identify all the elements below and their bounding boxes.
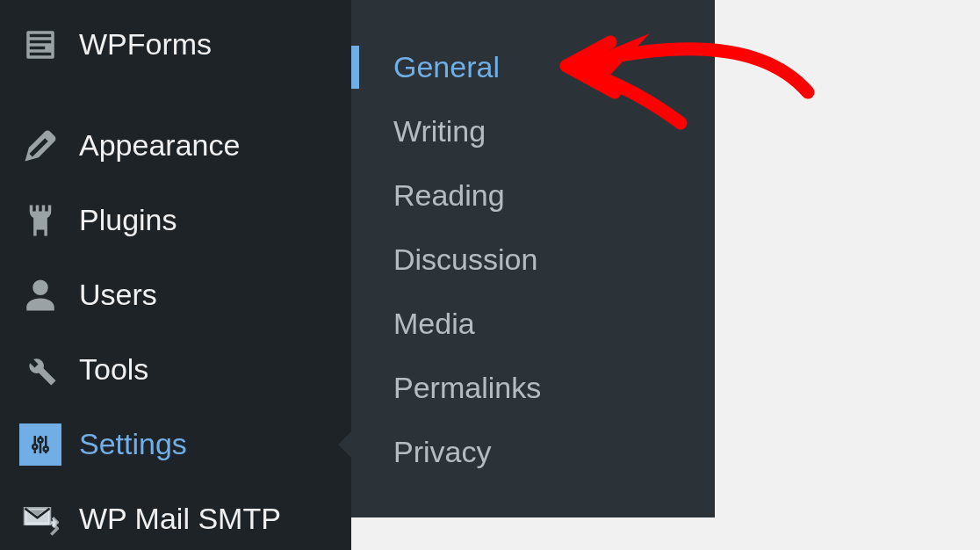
sidebar-item-label: Tools <box>79 352 148 387</box>
sidebar-item-tools[interactable]: Tools <box>0 332 351 407</box>
admin-sidebar: WPForms Appearance Plugins Users Tools S… <box>0 0 351 550</box>
sidebar-item-label: WP Mail SMTP <box>79 502 281 536</box>
submenu-item-label: Writing <box>393 114 486 148</box>
mail-icon <box>19 498 61 540</box>
submenu-item-label: Discussion <box>393 242 537 276</box>
sidebar-item-label: Appearance <box>79 128 240 163</box>
sidebar-item-label: Users <box>79 278 157 312</box>
flyout-arrow-icon <box>338 431 352 459</box>
submenu-item-label: Media <box>393 307 475 340</box>
settings-icon <box>19 423 61 466</box>
tools-icon <box>19 349 61 391</box>
sidebar-item-label: Settings <box>79 427 187 461</box>
settings-submenu: General Writing Reading Discussion Media… <box>351 0 715 517</box>
submenu-item-writing[interactable]: Writing <box>351 99 715 163</box>
submenu-item-label: General <box>393 50 500 83</box>
sidebar-item-users[interactable]: Users <box>0 257 351 332</box>
sidebar-item-settings[interactable]: Settings <box>0 407 351 481</box>
submenu-item-reading[interactable]: Reading <box>351 163 715 228</box>
submenu-item-media[interactable]: Media <box>351 292 715 356</box>
wpforms-icon <box>19 24 61 66</box>
submenu-item-discussion[interactable]: Discussion <box>351 228 715 292</box>
sidebar-item-appearance[interactable]: Appearance <box>0 108 351 183</box>
plugins-icon <box>19 199 61 242</box>
submenu-item-privacy[interactable]: Privacy <box>351 420 715 484</box>
submenu-item-permalinks[interactable]: Permalinks <box>351 356 715 420</box>
sidebar-item-wp-mail-smtp[interactable]: WP Mail SMTP <box>0 481 351 550</box>
submenu-item-label: Permalinks <box>393 371 541 404</box>
submenu-item-general[interactable]: General <box>351 35 715 99</box>
sidebar-item-wpforms[interactable]: WPForms <box>0 7 351 82</box>
sidebar-item-plugins[interactable]: Plugins <box>0 183 351 257</box>
sidebar-item-label: WPForms <box>79 27 212 62</box>
submenu-item-label: Reading <box>393 178 505 212</box>
users-icon <box>19 274 61 316</box>
appearance-icon <box>19 125 61 167</box>
submenu-item-label: Privacy <box>393 435 491 468</box>
sidebar-item-label: Plugins <box>79 203 177 237</box>
